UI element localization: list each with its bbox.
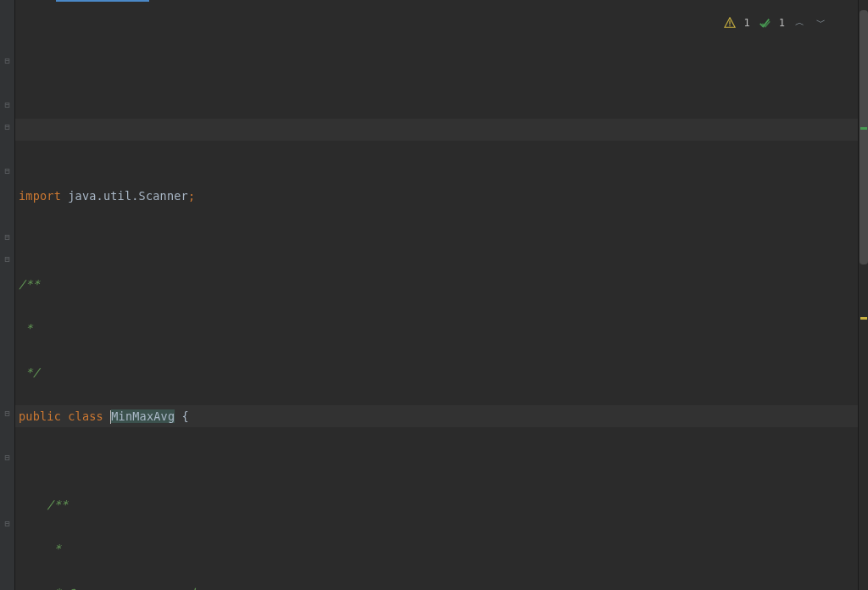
import-path: java.util.Scanner — [61, 189, 188, 203]
javadoc-close: */ — [19, 365, 40, 379]
fold-close-icon[interactable]: ⊟ — [2, 231, 13, 242]
javadoc-open: /** — [19, 277, 40, 291]
fold-open-icon[interactable]: ⊟ — [2, 408, 13, 419]
warn-count: 1 — [744, 12, 750, 34]
check-count: 1 — [779, 12, 785, 34]
fold-open-icon[interactable]: ⊟ — [2, 55, 13, 66]
class-name: MinMaxAvg — [111, 409, 175, 423]
fold-open-icon[interactable]: ⊟ — [2, 165, 13, 176]
stripe-green[interactable] — [860, 127, 867, 130]
check-icon — [759, 17, 771, 29]
fold-open-icon[interactable]: ⊟ — [2, 121, 13, 132]
fold-open-icon[interactable]: ⊟ — [2, 253, 13, 264]
keyword-import: import — [19, 189, 61, 203]
javadoc-param-tag: @param — [68, 586, 110, 590]
scroll-thumb[interactable] — [860, 10, 868, 264]
tab-indicator — [56, 0, 149, 2]
current-line-highlight — [15, 119, 858, 141]
chevron-up-icon[interactable]: ︿ — [793, 10, 806, 36]
current-line[interactable]: public class MinMaxAvg { — [15, 405, 858, 427]
code-editor[interactable]: ⊟ ⊟ ⊟ ⊟ ⊟ ⊟ ⊟ ⊟ ⊟ 1 1 ︿ ﹀ import java — [0, 0, 868, 590]
scrollbar[interactable] — [858, 0, 868, 590]
inspection-widget[interactable]: 1 1 ︿ ﹀ — [724, 10, 827, 36]
fold-close-icon[interactable]: ⊟ — [2, 452, 13, 463]
fold-close-icon[interactable]: ⊟ — [2, 99, 13, 110]
gutter: ⊟ ⊟ ⊟ ⊟ ⊟ ⊟ ⊟ ⊟ ⊟ — [0, 0, 15, 590]
code-area[interactable]: 1 1 ︿ ﹀ import java.util.Scanner; /** * … — [15, 0, 858, 590]
chevron-down-icon[interactable]: ﹀ — [815, 10, 827, 36]
warning-icon — [724, 17, 736, 29]
svg-rect-1 — [729, 25, 730, 26]
fold-close-icon[interactable]: ⊟ — [2, 518, 13, 529]
stripe-warn[interactable] — [860, 317, 867, 320]
svg-rect-0 — [729, 20, 730, 24]
